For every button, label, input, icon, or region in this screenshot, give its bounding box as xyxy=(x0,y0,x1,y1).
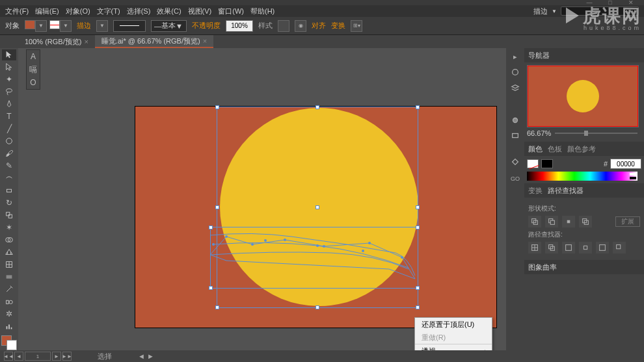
canvas[interactable]: A 嗝 O xyxy=(18,48,506,350)
svg-point-17 xyxy=(251,243,254,246)
recolor-icon[interactable]: ◉ xyxy=(295,20,306,32)
stroke-swatch[interactable] xyxy=(49,20,60,29)
ctx-perspective[interactable]: 透视▸ xyxy=(415,344,492,350)
menu-file[interactable]: 文件(F) xyxy=(5,6,29,16)
color-tab[interactable]: 颜色 xyxy=(528,144,543,154)
status-nav-icon[interactable]: ◄ ► xyxy=(138,352,154,360)
opacity-input[interactable] xyxy=(226,20,253,32)
blob-brush-tool[interactable] xyxy=(2,173,16,184)
pf-intersect[interactable] xyxy=(562,216,575,227)
last-page-button[interactable]: ►► xyxy=(62,352,72,361)
pf-exclude[interactable] xyxy=(579,216,592,227)
layers-icon[interactable] xyxy=(509,82,521,94)
eraser-tool[interactable] xyxy=(2,185,16,196)
direct-selection-tool[interactable] xyxy=(2,62,16,73)
transform-tab[interactable]: 变换 xyxy=(528,186,543,196)
menu-window[interactable]: 窗口(W) xyxy=(218,6,244,16)
svg-rect-33 xyxy=(567,220,570,223)
width-tool[interactable]: ✶ xyxy=(2,222,16,233)
pf-trim[interactable] xyxy=(545,242,558,253)
perspective-tool[interactable] xyxy=(2,247,16,258)
graphic-style-swatch[interactable] xyxy=(278,20,289,32)
fill-swatch[interactable] xyxy=(25,20,35,29)
stroke-style-select[interactable] xyxy=(113,20,146,32)
text-panel-o[interactable]: O xyxy=(27,76,40,89)
align-label: 对齐 xyxy=(312,21,326,31)
rectangle-tool[interactable] xyxy=(2,136,16,147)
pf-crop[interactable] xyxy=(579,242,592,253)
search-input[interactable] xyxy=(561,6,639,16)
prev-page-button[interactable]: ◄ xyxy=(14,352,23,361)
menu-view[interactable]: 视图(V) xyxy=(188,6,212,16)
magic-wand-tool[interactable]: ✦ xyxy=(2,74,16,85)
lasso-tool[interactable] xyxy=(2,86,16,97)
doc-tab-1[interactable]: 睡觉.ai* @ 66.67% (RGB/预览) × xyxy=(95,35,213,48)
text-panel-mid[interactable]: 嗝 xyxy=(27,63,40,76)
scale-tool[interactable] xyxy=(2,210,16,221)
pf-minus-back[interactable] xyxy=(613,242,626,253)
text-mini-panel[interactable]: A 嗝 O xyxy=(26,49,40,90)
menu-help[interactable]: 帮助(H) xyxy=(250,6,275,16)
artboard xyxy=(135,107,496,328)
window-minimize[interactable]: — xyxy=(582,1,597,5)
symbol-sprayer-tool[interactable]: ✲ xyxy=(2,308,16,319)
window-close[interactable]: ✕ xyxy=(623,1,639,5)
stroke-dropdown[interactable]: ▼ xyxy=(60,20,72,32)
pen-tool[interactable] xyxy=(2,99,16,110)
menu-type[interactable]: 文字(T) xyxy=(97,6,120,16)
page-display: 1 xyxy=(25,352,51,361)
panel-toggle-icon[interactable]: ▸ xyxy=(509,51,521,62)
navigator-tab[interactable]: 导航器 xyxy=(528,51,550,60)
pf-divide[interactable] xyxy=(528,242,541,253)
svg-rect-14 xyxy=(8,324,10,329)
fill-stroke-swatch[interactable] xyxy=(1,335,17,350)
type-tool[interactable]: T xyxy=(2,111,16,122)
blend-tool[interactable] xyxy=(2,296,16,307)
screen-icon[interactable] xyxy=(509,130,521,142)
svg-point-22 xyxy=(212,243,215,246)
pencil-tool[interactable]: ✎ xyxy=(2,161,16,172)
go-label: GO xyxy=(511,175,520,182)
shape-builder-tool[interactable] xyxy=(2,235,16,246)
navigator-thumbnail[interactable] xyxy=(527,65,639,127)
pf-expand-button[interactable]: 扩展 xyxy=(615,216,640,227)
swatches-tab[interactable]: 色板 xyxy=(548,144,562,154)
menu-object[interactable]: 对象(O) xyxy=(66,6,90,16)
graph-tool[interactable] xyxy=(2,320,16,331)
transform-dropdown[interactable]: ⊞▾ xyxy=(351,20,362,32)
doc-tab-0[interactable]: 100% (RGB/预览) × xyxy=(18,35,95,48)
menu-select[interactable]: 选择(S) xyxy=(127,6,151,16)
close-icon[interactable]: × xyxy=(84,38,88,45)
menu-edit[interactable]: 编辑(E) xyxy=(35,6,59,16)
stroke-weight[interactable]: ▼ xyxy=(96,20,108,32)
ctx-undo[interactable]: 还原置于顶层(U) xyxy=(415,318,492,331)
menu-effect[interactable]: 效果(C) xyxy=(157,6,181,16)
rotate-tool[interactable]: ↻ xyxy=(2,198,16,209)
window-maximize[interactable]: □ xyxy=(602,1,618,5)
first-page-button[interactable]: ◄◄ xyxy=(4,352,13,361)
paintbrush-tool[interactable]: 🖌 xyxy=(2,148,16,159)
hex-input[interactable] xyxy=(610,159,641,169)
pf-merge[interactable] xyxy=(562,242,575,253)
color-spectrum[interactable] xyxy=(527,172,637,181)
selection-tool[interactable] xyxy=(2,49,16,60)
mesh-tool[interactable] xyxy=(2,259,16,270)
pf-unite[interactable] xyxy=(528,216,541,227)
diamond-icon[interactable] xyxy=(509,156,521,168)
next-page-button[interactable]: ► xyxy=(52,352,61,361)
right-icon-strip: ▸ GO xyxy=(506,48,524,350)
fill-dropdown[interactable]: ▼ xyxy=(35,20,47,32)
pf-outline[interactable] xyxy=(596,242,609,253)
line-tool[interactable]: ╱ xyxy=(2,123,16,135)
pf-minus-front[interactable] xyxy=(545,216,558,227)
pathfinder-tab[interactable]: 路径查找器 xyxy=(548,186,584,196)
close-icon[interactable]: × xyxy=(203,37,207,45)
tracing-tab[interactable]: 图象曲率 xyxy=(528,263,557,272)
eyedropper-tool[interactable] xyxy=(2,283,16,294)
brush-select[interactable]: — 基本 ▼ xyxy=(151,20,187,32)
gradient-tool[interactable] xyxy=(2,271,16,282)
text-panel-a[interactable]: A xyxy=(27,50,40,63)
fx-icon[interactable] xyxy=(509,66,521,78)
gradient-icon[interactable] xyxy=(509,114,521,126)
color-guide-tab[interactable]: 颜色参考 xyxy=(567,144,596,154)
